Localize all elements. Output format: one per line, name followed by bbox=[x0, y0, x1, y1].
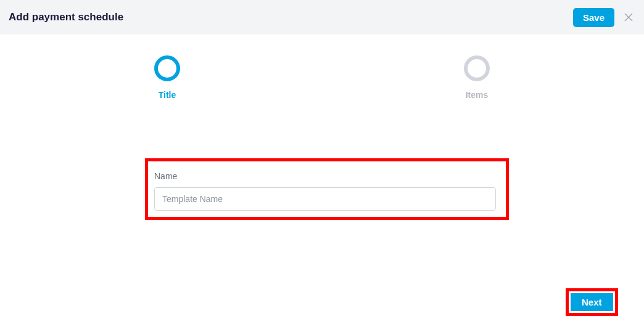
name-form-section: Name bbox=[145, 158, 509, 220]
step-circle-icon bbox=[464, 55, 490, 81]
step-title[interactable]: Title bbox=[154, 55, 180, 100]
save-button[interactable]: Save bbox=[573, 8, 614, 27]
name-label: Name bbox=[154, 171, 500, 181]
stepper: Title Items bbox=[0, 55, 644, 100]
dialog-title: Add payment schedule bbox=[9, 11, 123, 23]
dialog-header: Add payment schedule Save bbox=[0, 0, 644, 34]
close-icon[interactable] bbox=[622, 10, 635, 24]
next-button[interactable]: Next bbox=[571, 293, 613, 311]
header-actions: Save bbox=[573, 8, 635, 27]
name-input[interactable] bbox=[154, 187, 496, 211]
step-label: Title bbox=[159, 90, 176, 100]
next-button-highlight: Next bbox=[566, 288, 618, 316]
step-circle-icon bbox=[154, 55, 180, 81]
step-items[interactable]: Items bbox=[464, 55, 490, 100]
step-label: Items bbox=[466, 90, 489, 100]
